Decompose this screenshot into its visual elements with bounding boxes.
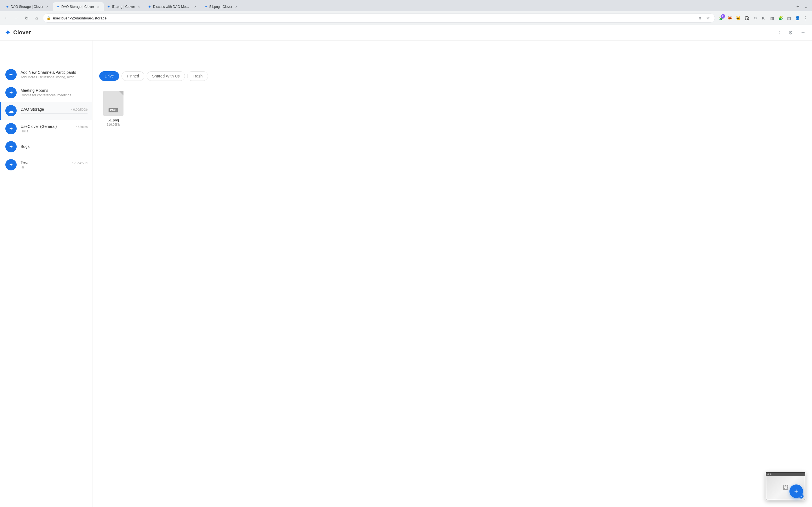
extension-badge-button[interactable]: 🧩 14 <box>717 14 725 22</box>
sidebar-item-add-new[interactable]: + Add New Channels/Participants Add More… <box>0 66 92 83</box>
refresh-button[interactable]: ↻ <box>22 14 31 22</box>
extension-fire-button[interactable]: 🦊 <box>726 14 733 22</box>
sidebar-info-useclover-general: UseClover (General) • 52mins Holla <box>20 124 88 133</box>
share-icon[interactable]: ⬆ <box>697 15 703 21</box>
sidebar-title-bugs: Bugs <box>20 144 30 149</box>
extension-headphones-button[interactable]: 🎧 <box>743 14 751 22</box>
sidebar-item-meeting-rooms[interactable]: ✦ Meeting Rooms Rooms for conferences, m… <box>0 83 92 102</box>
tab-icon-tab5: ✦ <box>204 4 208 9</box>
address-bar-row: ← → ↻ ⌂ 🔒 useclover.xyz/dashboard/storag… <box>0 11 812 25</box>
sidebar-avatar-useclover-general: ✦ <box>5 123 17 134</box>
tab-close-tab5[interactable]: × <box>234 4 239 9</box>
thumbnail-dot-2 <box>770 473 771 475</box>
profile-button[interactable]: 👤 <box>794 14 801 22</box>
browser-tab-tab4[interactable]: ✦ Discuss with DAO Members | C × <box>145 2 201 11</box>
extension-grid-button[interactable]: ▦ <box>768 14 776 22</box>
home-button[interactable]: ⌂ <box>33 14 41 22</box>
file-size-51.png: 316.05Kb <box>107 123 120 126</box>
sidebar-item-useclover-general[interactable]: ✦ UseClover (General) • 52mins Holla <box>0 120 92 138</box>
logout-button[interactable]: → <box>799 28 808 37</box>
sidebar-subtitle-meeting-rooms: Rooms for conferences, meetings <box>20 93 88 97</box>
tab-end-controls: ⌄ <box>802 3 810 11</box>
tab-close-tab3[interactable]: × <box>137 4 141 9</box>
file-type-badge-51.png: PNG <box>109 108 118 112</box>
sidebar-subtitle-useclover-general: Holla <box>20 129 88 133</box>
lock-icon: 🔒 <box>47 16 51 20</box>
sidebar-item-dao-storage[interactable]: ☁ DAO Storage • 0.00/50Gb <box>0 102 92 120</box>
sidebar-item-bugs[interactable]: ✦ Bugs <box>0 138 92 156</box>
tab-list-button[interactable]: ⌄ <box>802 3 810 11</box>
browser-extensions: 🧩 14 🦊 🐱 🎧 ⚙ K ▦ 🧩 ▤ 👤 ⋮ <box>717 14 810 22</box>
clover-icon: ✦ <box>9 162 13 168</box>
logo: ✦ Clover <box>4 28 31 37</box>
thumbnail-bar <box>766 473 805 476</box>
storage-tabs-bar: DrivePinnedShared With UsTrash <box>99 71 805 81</box>
sidebar-meta-useclover-general: • 52mins <box>76 125 88 128</box>
app-container: + Add New Channels/Participants Add More… <box>0 25 812 507</box>
browser-menu-button[interactable]: ⋮ <box>802 14 810 22</box>
sidebar-subtitle-test: Hi <box>20 165 88 169</box>
browser-tab-tab1[interactable]: ✦ DAO Storage | Clover × <box>2 2 53 11</box>
browser-tab-tab3[interactable]: ✦ 51.png | Clover × <box>104 2 145 11</box>
sidebar-title-useclover-general: UseClover (General) <box>20 124 57 129</box>
sidebar: + Add New Channels/Participants Add More… <box>0 25 93 507</box>
tab-close-tab4[interactable]: × <box>193 4 198 9</box>
sidebar-avatar-dao-storage: ☁ <box>5 105 17 116</box>
tab-bar: ✦ DAO Storage | Clover × ✦ DAO Storage |… <box>0 0 812 11</box>
tab-close-tab2[interactable]: × <box>96 4 100 9</box>
settings-button[interactable]: ⚙ <box>786 28 795 37</box>
new-tab-button[interactable]: + <box>794 3 802 11</box>
address-bar[interactable]: 🔒 useclover.xyz/dashboard/storage ⬆ ☆ <box>43 13 715 22</box>
bookmark-icon[interactable]: ☆ <box>705 15 711 21</box>
sidebar-info-bugs: Bugs <box>20 144 88 149</box>
storage-tab-shared-with-us[interactable]: Shared With Us <box>147 71 185 81</box>
storage-tab-pinned[interactable]: Pinned <box>121 71 145 81</box>
sidebar-info-dao-storage: DAO Storage • 0.00/50Gb <box>20 107 88 114</box>
address-text: useclover.xyz/dashboard/storage <box>53 16 695 20</box>
back-button[interactable]: ← <box>2 14 10 22</box>
sidebar-item-test[interactable]: ✦ Test • 2023/6/14 Hi <box>0 156 92 174</box>
sidebar-row-test: Test • 2023/6/14 <box>20 160 88 165</box>
browser-tab-tab5[interactable]: ✦ 51.png | Clover × <box>201 2 242 11</box>
storage-tab-drive[interactable]: Drive <box>99 71 119 81</box>
storage-tab-trash[interactable]: Trash <box>187 71 208 81</box>
extension-gear-button[interactable]: ⚙ <box>751 14 759 22</box>
sidebar-title-test: Test <box>20 160 28 165</box>
sidebar-info-meeting-rooms: Meeting Rooms Rooms for conferences, mee… <box>20 88 88 97</box>
file-name-51.png: 51.png <box>108 118 119 122</box>
browser-tab-tab2[interactable]: ✦ DAO Storage | Clover × <box>53 2 104 11</box>
file-item-51-png[interactable]: PNG 51.png 316.05Kb <box>99 88 128 129</box>
app-header: ✦ Clover ☽ ⚙ → <box>0 25 812 41</box>
dark-mode-button[interactable]: ☽ <box>774 28 783 37</box>
tab-title-tab2: DAO Storage | Clover <box>61 5 94 9</box>
file-icon-51.png: PNG <box>103 91 123 116</box>
tab-icon-tab1: ✦ <box>6 4 9 9</box>
sidebar-row-meeting-rooms: Meeting Rooms <box>20 88 88 93</box>
clover-icon: ✦ <box>9 90 13 96</box>
tab-title-tab4: Discuss with DAO Members | C <box>153 5 192 9</box>
sidebar-meta-dao-storage: • 0.00/50Gb <box>71 108 88 111</box>
tab-close-tab1[interactable]: × <box>45 4 50 9</box>
sidebar-title-meeting-rooms: Meeting Rooms <box>20 88 48 93</box>
extension-puzzle-button[interactable]: 🧩 <box>776 14 784 22</box>
fab-button[interactable]: + <box>790 485 803 498</box>
main-inner: DrivePinnedShared With UsTrash PNG 51.pn… <box>93 66 812 135</box>
extension-k-button[interactable]: K <box>760 14 767 22</box>
add-icon: + <box>9 71 13 78</box>
extension-sidebar-button[interactable]: ▤ <box>785 14 793 22</box>
sidebar-row-add-new: Add New Channels/Participants <box>20 70 88 75</box>
clover-icon: ✦ <box>9 126 13 132</box>
sidebar-info-test: Test • 2023/6/14 Hi <box>20 160 88 169</box>
sidebar-title-add-new: Add New Channels/Participants <box>20 70 76 75</box>
tab-icon-tab4: ✦ <box>148 4 151 9</box>
sidebar-info-add-new: Add New Channels/Participants Add More D… <box>20 70 88 79</box>
sidebar-avatar-test: ✦ <box>5 159 17 170</box>
tab-title-tab3: 51.png | Clover <box>112 5 135 9</box>
forward-button[interactable]: → <box>12 14 20 22</box>
logo-text: Clover <box>13 29 31 36</box>
extension-cat-button[interactable]: 🐱 <box>734 14 742 22</box>
logo-icon: ✦ <box>4 28 11 37</box>
thumbnail-dot-1 <box>767 473 769 475</box>
clover-icon: ✦ <box>9 144 13 150</box>
progress-bar-dao-storage <box>20 113 88 114</box>
